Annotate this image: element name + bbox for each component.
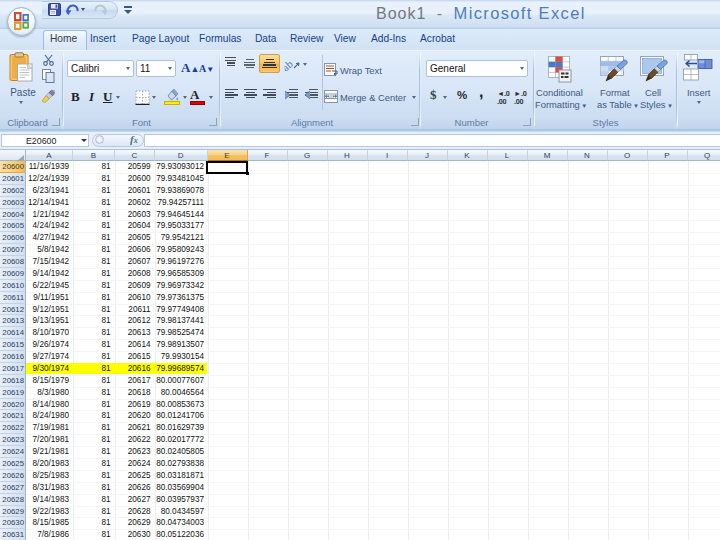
svg-text:ab: ab xyxy=(284,57,295,71)
